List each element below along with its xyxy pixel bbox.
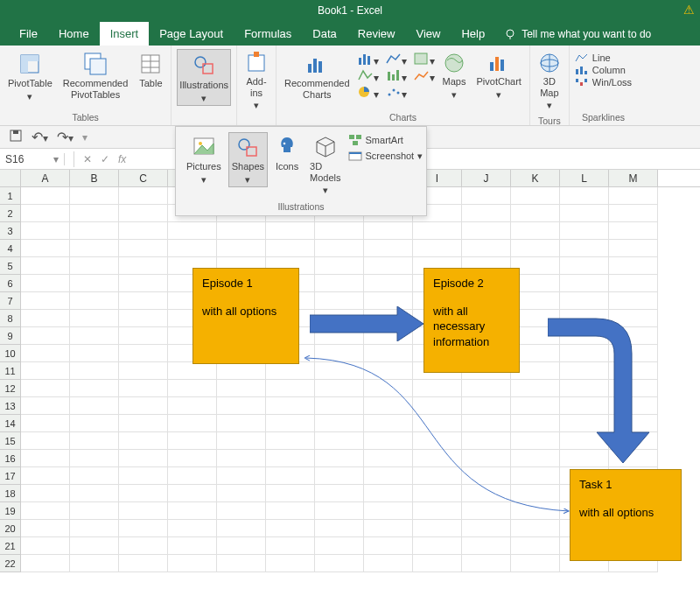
cell[interactable] <box>511 205 560 222</box>
name-box[interactable]: S16 ▾ <box>0 153 65 165</box>
col-header[interactable]: C <box>119 170 168 186</box>
smartart-button[interactable]: SmartArt <box>348 134 424 146</box>
row-header[interactable]: 15 <box>0 432 21 450</box>
cell[interactable] <box>119 450 168 467</box>
cell[interactable] <box>560 275 609 292</box>
cell[interactable] <box>70 275 119 292</box>
tell-me[interactable]: Tell me what you want to do <box>495 23 660 46</box>
cell[interactable] <box>70 450 119 467</box>
cell[interactable] <box>462 205 511 222</box>
cell[interactable] <box>119 485 168 502</box>
cell[interactable] <box>70 380 119 397</box>
row-header[interactable]: 14 <box>0 415 21 432</box>
row-header[interactable]: 16 <box>0 450 21 467</box>
cell[interactable] <box>609 187 658 205</box>
row-header[interactable]: 21 <box>0 537 21 555</box>
cell[interactable] <box>315 275 364 292</box>
shapes-button[interactable]: Shapes ▾ <box>228 132 268 187</box>
cell[interactable] <box>21 502 70 520</box>
cell[interactable] <box>462 222 511 240</box>
cell[interactable] <box>21 380 70 397</box>
cell[interactable] <box>21 555 70 572</box>
cell[interactable] <box>217 415 266 432</box>
cell[interactable] <box>70 467 119 485</box>
cell[interactable] <box>364 555 413 572</box>
cell[interactable] <box>70 205 119 222</box>
cell[interactable] <box>70 555 119 572</box>
row-header[interactable]: 9 <box>0 327 21 345</box>
cell[interactable] <box>462 555 511 572</box>
row-header[interactable]: 20 <box>0 520 21 537</box>
select-all-corner[interactable] <box>0 170 21 186</box>
cell[interactable] <box>70 432 119 450</box>
3d-models-button[interactable]: 3D Models ▾ <box>306 132 344 199</box>
cell[interactable] <box>70 362 119 380</box>
cell[interactable] <box>119 292 168 310</box>
cell[interactable] <box>217 240 266 257</box>
cell[interactable] <box>21 450 70 467</box>
row-header[interactable]: 19 <box>0 502 21 520</box>
cell[interactable] <box>511 240 560 257</box>
cell[interactable] <box>168 485 217 502</box>
cell[interactable] <box>217 502 266 520</box>
cell[interactable] <box>217 467 266 485</box>
cell[interactable] <box>168 415 217 432</box>
cell[interactable] <box>462 537 511 555</box>
cell[interactable] <box>315 555 364 572</box>
cell[interactable] <box>119 415 168 432</box>
cell[interactable] <box>413 222 462 240</box>
map-chart-icon[interactable]: ▾ <box>414 53 435 67</box>
cell[interactable] <box>168 432 217 450</box>
cell[interactable] <box>315 520 364 537</box>
tab-insert[interactable]: Insert <box>100 22 150 46</box>
cell[interactable] <box>21 485 70 502</box>
cell[interactable] <box>119 380 168 397</box>
row-header[interactable]: 11 <box>0 362 21 380</box>
cell[interactable] <box>511 187 560 205</box>
cell[interactable] <box>70 485 119 502</box>
scatter-chart-icon[interactable]: ▾ <box>386 86 407 101</box>
cell[interactable] <box>70 310 119 327</box>
cell[interactable] <box>168 362 217 380</box>
cell[interactable] <box>315 240 364 257</box>
hier-chart-icon[interactable]: ▾ <box>358 69 379 84</box>
row-header[interactable]: 6 <box>0 275 21 292</box>
tab-formulas[interactable]: Formulas <box>234 22 302 46</box>
cell[interactable] <box>217 555 266 572</box>
cell[interactable] <box>70 240 119 257</box>
cell[interactable] <box>511 555 560 572</box>
confirm-formula-button[interactable]: ✓ <box>101 153 109 165</box>
bar-chart-icon[interactable]: ▾ <box>358 53 379 67</box>
row-header[interactable]: 18 <box>0 485 21 502</box>
col-header[interactable]: B <box>70 170 119 186</box>
cell[interactable] <box>168 467 217 485</box>
cell[interactable] <box>21 537 70 555</box>
save-button[interactable] <box>9 129 23 145</box>
pictures-button[interactable]: Pictures ▾ <box>183 132 225 187</box>
row-header[interactable]: 8 <box>0 310 21 327</box>
fx-icon[interactable]: fx <box>118 153 126 165</box>
recommended-charts-button[interactable]: Recommended Charts <box>282 49 353 102</box>
cell[interactable] <box>168 502 217 520</box>
cell[interactable] <box>70 415 119 432</box>
cell[interactable] <box>21 257 70 275</box>
cell[interactable] <box>119 397 168 415</box>
cell[interactable] <box>168 450 217 467</box>
cell[interactable] <box>168 380 217 397</box>
cell[interactable] <box>21 415 70 432</box>
cell[interactable] <box>21 520 70 537</box>
addins-button[interactable]: Add- ins ▾ <box>242 49 270 114</box>
cell[interactable] <box>119 520 168 537</box>
cell[interactable] <box>413 537 462 555</box>
cell[interactable] <box>70 257 119 275</box>
cell[interactable] <box>119 467 168 485</box>
shape-task-1[interactable]: Task 1 with all options <box>570 469 682 561</box>
cell[interactable] <box>609 257 658 275</box>
cell[interactable] <box>119 555 168 572</box>
cell[interactable] <box>511 222 560 240</box>
row-header[interactable]: 10 <box>0 345 21 362</box>
cell[interactable] <box>119 327 168 345</box>
cell[interactable] <box>462 240 511 257</box>
cell[interactable] <box>21 187 70 205</box>
cell[interactable] <box>217 222 266 240</box>
